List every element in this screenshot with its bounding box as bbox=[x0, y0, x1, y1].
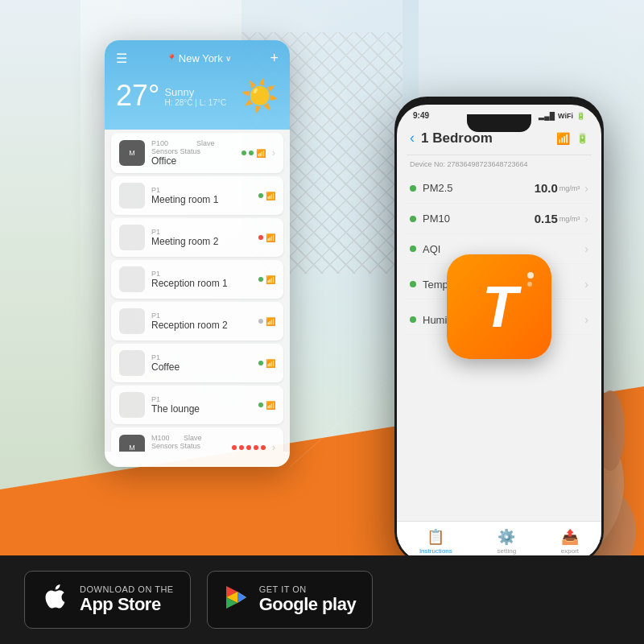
wifi-indicator: 📶 bbox=[556, 132, 570, 145]
temperature: 27° bbox=[116, 81, 159, 110]
room-name: The lounge bbox=[151, 403, 252, 415]
back-button[interactable]: ‹ bbox=[410, 130, 415, 147]
sensor-indicator bbox=[410, 246, 416, 252]
logo-dot-2 bbox=[527, 282, 532, 287]
wifi-icon: 📶 bbox=[266, 233, 275, 242]
list-item-office[interactable]: M P100 Slave Sensors Status Office 📶 › bbox=[111, 133, 283, 173]
googleplay-big-text: Google play bbox=[259, 594, 356, 615]
svg-marker-13 bbox=[237, 592, 246, 603]
chevron-icon: › bbox=[584, 182, 588, 195]
sensor-label: PM10 bbox=[423, 213, 535, 225]
chevron-icon: › bbox=[584, 313, 588, 326]
nav-label: export bbox=[561, 547, 579, 555]
sensor-indicator bbox=[410, 216, 416, 222]
list-item-meeting1[interactable]: P1 Meeting room 1 📶 bbox=[111, 176, 283, 215]
sensor-label: AQI bbox=[423, 243, 584, 255]
battery-indicator: 🔋 bbox=[576, 133, 588, 144]
right-phone-wrapper: 9:49 ▂▄█ WiFi 🔋 ‹ 1 Bedroom 📶 🔋 Device N… bbox=[378, 97, 620, 564]
status-dot bbox=[258, 361, 263, 365]
logo-dot-1 bbox=[527, 272, 534, 279]
weather-icon: ☀️ bbox=[241, 78, 279, 114]
sensor-indicator bbox=[410, 185, 416, 192]
menu-icon: ☰ bbox=[116, 51, 127, 66]
weather-condition: Sunny bbox=[164, 86, 226, 98]
status-indicators: 📶 bbox=[258, 192, 275, 200]
list-item-lounge[interactable]: P1 The lounge 📶 bbox=[111, 386, 283, 424]
status-dot bbox=[258, 193, 263, 198]
nav-instructions[interactable]: 📋 Instructions bbox=[419, 528, 452, 555]
googleplay-text: GET IT ON Google play bbox=[259, 584, 356, 615]
status-dot bbox=[258, 235, 263, 240]
nav-export[interactable]: 📤 export bbox=[561, 528, 579, 555]
status-indicators: 📶 bbox=[258, 275, 275, 284]
sensor-unit: mg/m³ bbox=[559, 184, 580, 192]
googleplay-small-text: GET IT ON bbox=[259, 584, 356, 594]
screen-content: ‹ 1 Bedroom 📶 🔋 Device No: 2783649872364… bbox=[397, 123, 601, 379]
settings-icon: ⚙️ bbox=[497, 528, 515, 546]
googleplay-badge[interactable]: GET IT ON Google play bbox=[207, 571, 373, 629]
appstore-text: Download on the App Store bbox=[80, 584, 174, 615]
appstore-small-text: Download on the bbox=[80, 584, 174, 594]
room-name: Coffee bbox=[151, 361, 252, 373]
device-icon bbox=[119, 266, 145, 292]
device-icon bbox=[119, 225, 145, 250]
wifi-icon: 📶 bbox=[266, 275, 275, 284]
right-phone-screen: 9:49 ▂▄█ WiFi 🔋 ‹ 1 Bedroom 📶 🔋 Device N… bbox=[397, 105, 601, 561]
item-meta: P1 bbox=[151, 186, 252, 194]
device-icon: M bbox=[119, 140, 145, 166]
wifi-status-icon: WiFi bbox=[558, 112, 573, 120]
apple-icon bbox=[41, 582, 70, 618]
status-indicators: 📶 bbox=[242, 149, 266, 158]
list-item-coffee[interactable]: P1 Coffee 📶 bbox=[111, 344, 283, 382]
wifi-icon: 📶 bbox=[266, 317, 275, 326]
app-logo: T bbox=[447, 254, 551, 359]
chevron-icon: › bbox=[584, 242, 588, 255]
nav-setting[interactable]: ⚙️ setting bbox=[497, 528, 517, 555]
status-dot bbox=[258, 277, 263, 282]
list-item-reception1[interactable]: P1 Reception room 1 📶 bbox=[111, 260, 283, 299]
device-icon bbox=[119, 392, 145, 418]
room-name: Meeting room 1 bbox=[151, 194, 252, 205]
phone-notch bbox=[467, 114, 531, 132]
item-meta: P1 bbox=[151, 228, 252, 236]
list-item-meeting2[interactable]: P1 Meeting room 2 📶 bbox=[111, 218, 283, 257]
battery-icon: 🔋 bbox=[576, 112, 585, 120]
wifi-icon: 📶 bbox=[266, 192, 275, 200]
appstore-badge[interactable]: Download on the App Store bbox=[24, 571, 191, 629]
room-name: Meeting room 2 bbox=[151, 236, 252, 247]
item-meta: P100 Slave Sensors Status bbox=[151, 139, 235, 155]
status-dot bbox=[258, 319, 263, 324]
room-name: Office bbox=[151, 155, 235, 167]
list-item-reception2[interactable]: P1 Reception room 2 📶 bbox=[111, 302, 283, 341]
wifi-icon: 📶 bbox=[266, 401, 275, 410]
bottom-store-bar: Download on the App Store GET IT ON Goog… bbox=[0, 555, 644, 644]
weather-range: H: 28°C | L: 17°C bbox=[164, 98, 226, 107]
status-indicators: 📶 bbox=[258, 359, 275, 368]
logo-letter: T bbox=[482, 274, 516, 340]
list-item-home[interactable]: M M100 Slave Sensors Status Home › bbox=[111, 427, 283, 452]
room-name: Reception room 1 bbox=[151, 278, 252, 289]
signal-icon: ▂▄█ bbox=[539, 112, 555, 120]
chevron-icon: › bbox=[272, 442, 275, 452]
nav-label: setting bbox=[497, 547, 517, 555]
add-icon: + bbox=[270, 50, 279, 67]
item-meta: M100 Slave Sensors Status bbox=[151, 434, 225, 450]
sensor-pm25[interactable]: PM2.5 10.0 mg/m³ › bbox=[407, 173, 592, 204]
sensor-pm10[interactable]: PM10 0.15 mg/m³ › bbox=[407, 204, 592, 234]
sensor-value: 0.15 bbox=[535, 212, 558, 225]
room-list: M P100 Slave Sensors Status Office 📶 › P… bbox=[105, 130, 290, 452]
sensor-value: 10.0 bbox=[535, 181, 558, 195]
export-icon: 📤 bbox=[561, 528, 579, 546]
room-name: Reception room 2 bbox=[151, 320, 252, 331]
item-meta: P1 bbox=[151, 353, 252, 361]
device-icon: M bbox=[119, 435, 145, 452]
logo-section: T AQI › Temper... › bbox=[407, 234, 592, 379]
sensor-unit: mg/m³ bbox=[559, 215, 580, 223]
wifi-icon: 📶 bbox=[256, 149, 266, 158]
status-indicators: 📶 bbox=[258, 401, 275, 410]
status-dot-2 bbox=[249, 151, 254, 155]
status-dot bbox=[258, 402, 263, 407]
phone-topbar: ☰ 📍 New York ∨ + bbox=[116, 50, 279, 67]
screen-title: 1 Bedroom bbox=[421, 130, 550, 147]
right-phone-frame: 9:49 ▂▄█ WiFi 🔋 ‹ 1 Bedroom 📶 🔋 Device N… bbox=[394, 97, 604, 564]
